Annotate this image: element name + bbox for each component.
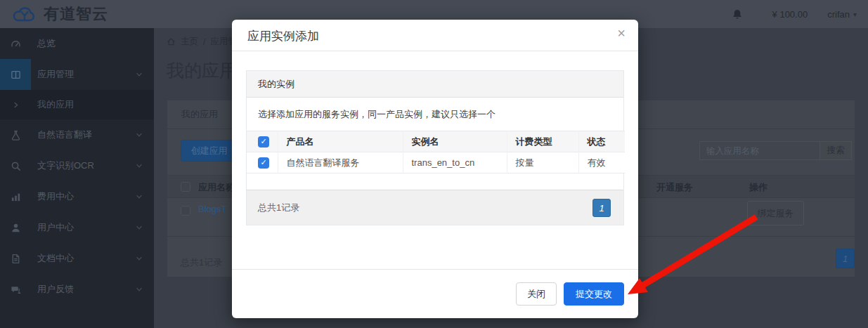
instances-table-header: ✓ 产品名 实例名 计费类型 状态 [247,131,625,152]
flask-icon [0,119,31,150]
sidebar-item-docs-center[interactable]: 文档中心 [0,243,154,274]
instances-panel-footer: 总共1记录 1 [247,190,623,225]
chevron-down-icon [135,162,143,170]
username: crifan [827,9,850,20]
pagination-page-1[interactable]: 1 [836,249,855,268]
select-all-checkbox[interactable]: ✓ [258,136,269,147]
records-total: 总共1记录 [258,190,299,225]
records-total: 总共1记录 [181,256,222,269]
chevron-down-icon [135,223,143,232]
bind-service-button[interactable]: 绑定服务 [747,201,804,225]
page-title: 我的应用 [167,59,237,82]
app-search-input[interactable] [699,141,820,160]
columns-icon [0,59,31,90]
pagination-page-1[interactable]: 1 [592,199,611,217]
select-all-checkbox[interactable] [181,182,190,192]
cell-status: 有效 [578,152,625,173]
sidebar-item-app-management[interactable]: 应用管理 [0,59,154,90]
sidebar-item-label: 总览 [37,37,56,50]
caret-down-icon: ▾ [853,11,857,18]
chevron-right-icon [0,89,31,120]
sidebar-item-user-feedback[interactable]: 用户反馈 [0,274,154,305]
close-icon[interactable]: × [617,26,626,40]
submit-changes-button[interactable]: 提交更改 [564,282,624,306]
comments-icon [0,274,31,305]
sidebar-nav: 总览 应用管理 我的应用 自然语言翻译 [0,28,154,328]
cell-billing-type: 按量 [507,152,578,173]
sidebar-item-label: 用户中心 [37,221,74,234]
sidebar-item-user-center[interactable]: 用户中心 [0,212,154,243]
sidebar-item-label: 我的应用 [37,98,74,111]
home-icon [167,37,176,46]
sidebar-item-label: 文档中心 [37,252,74,265]
modal-footer: 关闭 提交更改 [232,269,638,318]
chevron-down-icon [135,192,143,201]
breadcrumb-home[interactable]: 主页 [181,36,198,48]
sidebar-item-overview[interactable]: 总览 [0,28,154,59]
breadcrumb-separator: / [203,37,205,47]
sidebar-item-label: 费用中心 [37,190,74,203]
row-checkbox[interactable] [181,206,190,216]
account-balance[interactable]: ¥ 100.00 [772,9,808,20]
chevron-down-icon [135,70,143,79]
user-icon [0,212,31,243]
chevron-down-icon [135,285,143,294]
app-name-link[interactable]: BlogsT [198,204,226,214]
cell-product-name: 自然语言翻译服务 [278,152,403,173]
file-icon [0,243,31,274]
instance-row: ✓ 自然语言翻译服务 trans_en_to_cn 按量 有效 [247,152,625,173]
brand-name: 有道智云 [44,4,108,25]
column-instance-name: 实例名 [403,131,507,152]
notifications-bell-icon[interactable] [732,8,743,20]
cell-instance-name: trans_en_to_cn [403,152,507,173]
column-billing-type: 计费类型 [507,131,578,152]
instances-panel-title: 我的实例 [247,71,623,98]
my-instances-panel: 我的实例 选择添加应用的服务实例，同一产品实例，建议只选择一个 ✓ 产品名 实例… [246,70,624,225]
sidebar-item-my-apps[interactable]: 我的应用 [0,90,154,119]
table-spacer [247,173,623,190]
column-app-name: 应用名称 [198,181,235,194]
sidebar-item-ocr[interactable]: 文字识别OCR [0,150,154,181]
brand-logo[interactable]: 有道智云 [0,4,108,25]
instances-hint: 选择添加应用的服务实例，同一产品实例，建议只选择一个 [247,98,623,131]
add-app-instance-modal: 应用实例添加 × 我的实例 选择添加应用的服务实例，同一产品实例，建议只选择一个… [232,20,638,318]
instances-table: ✓ 产品名 实例名 计费类型 状态 ✓ 自然语言翻译服务 trans_en_to… [247,131,625,173]
column-product-name: 产品名 [278,131,403,152]
close-button[interactable]: 关闭 [516,282,557,306]
modal-title: 应用实例添加 [247,28,319,44]
sidebar-item-label: 文字识别OCR [37,159,94,172]
create-app-button[interactable]: 创建应用 [181,140,238,162]
chevron-down-icon [135,131,143,139]
column-actions: 操作 [749,181,767,194]
sidebar-item-label: 应用管理 [37,68,74,81]
column-services: 开通服务 [656,181,693,194]
sidebar-item-label: 自然语言翻译 [37,129,92,141]
app-search-button[interactable]: 搜索 [820,141,852,160]
modal-header: 应用实例添加 × [232,20,638,51]
column-status: 状态 [578,131,625,152]
cloud-logo-icon [11,5,38,24]
sidebar-item-label: 用户反馈 [37,283,74,296]
sidebar-item-nlp-translation[interactable]: 自然语言翻译 [0,119,154,150]
app-search-group: 搜索 [699,141,852,160]
sidebar-item-billing-center[interactable]: 费用中心 [0,181,154,212]
dashboard-icon [0,28,31,59]
row-checkbox[interactable]: ✓ [258,157,269,169]
user-menu[interactable]: crifan ▾ [827,9,857,20]
chevron-down-icon [135,254,143,263]
bar-chart-icon [0,181,31,212]
search-icon [0,150,31,181]
